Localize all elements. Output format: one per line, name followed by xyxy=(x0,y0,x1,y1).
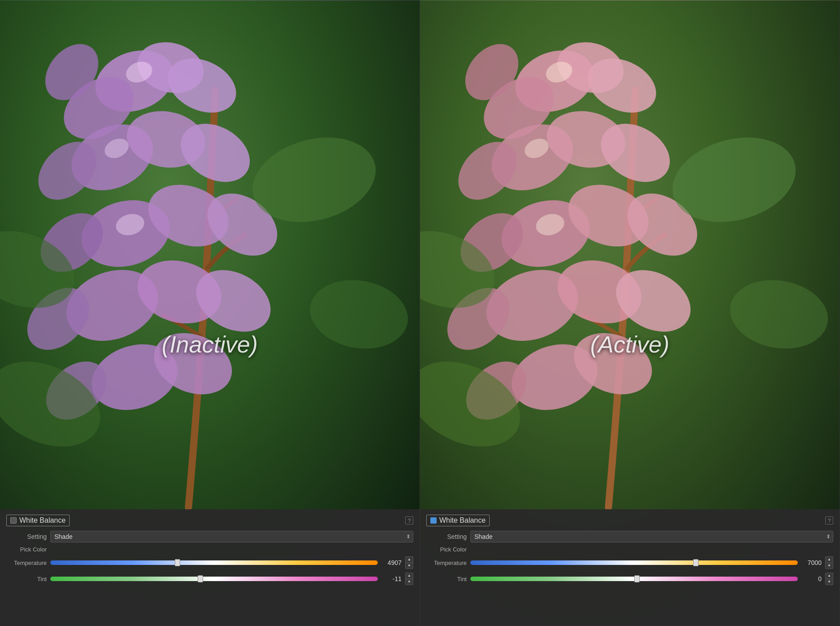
right-temperature-value: 7000 xyxy=(801,559,822,566)
right-tint-label: Tint xyxy=(426,576,467,582)
right-tint-down[interactable]: ▼ xyxy=(825,579,833,586)
left-temperature-slider-track xyxy=(50,560,378,565)
right-wb-active-indicator xyxy=(430,517,437,524)
left-setting-select-wrapper: Shade ⬍ xyxy=(50,531,413,542)
left-wb-header: White Balance ? xyxy=(6,515,413,526)
right-tint-stepper[interactable]: ▲ ▼ xyxy=(825,573,833,585)
left-tint-up[interactable]: ▲ xyxy=(405,573,413,579)
right-tint-row: Tint 0 ▲ ▼ xyxy=(426,573,833,585)
left-temperature-slider-wrapper[interactable] xyxy=(50,559,378,566)
left-panel: (Inactive) White Balance ? Setting Shade… xyxy=(0,0,420,626)
left-temperature-stepper[interactable]: ▲ ▼ xyxy=(405,556,413,569)
right-temperature-row: Temperature 7000 ▲ ▼ xyxy=(426,556,833,569)
left-wb-checkbox[interactable] xyxy=(10,517,17,524)
right-temperature-slider-track xyxy=(470,560,798,565)
right-tint-slider-track xyxy=(470,577,798,581)
left-wb-title-group[interactable]: White Balance xyxy=(6,515,70,526)
right-temperature-down[interactable]: ▼ xyxy=(825,563,833,569)
left-tint-slider-track xyxy=(50,577,378,581)
left-temperature-up[interactable]: ▲ xyxy=(405,556,413,563)
right-temperature-thumb[interactable] xyxy=(693,559,699,566)
left-wb-title: White Balance xyxy=(19,516,66,525)
left-tint-thumb[interactable] xyxy=(198,575,203,582)
right-temperature-stepper[interactable]: ▲ ▼ xyxy=(825,556,833,569)
right-tint-slider-wrapper[interactable] xyxy=(470,575,798,582)
right-temperature-slider-wrapper[interactable] xyxy=(470,559,798,566)
left-temperature-thumb[interactable] xyxy=(175,559,180,566)
right-wb-title-group[interactable]: White Balance xyxy=(426,515,490,526)
left-temperature-label: Temperature xyxy=(6,560,47,566)
right-tint-value: 0 xyxy=(801,575,822,582)
left-temperature-row: Temperature 4907 ▲ ▼ xyxy=(6,556,413,569)
left-wb-help[interactable]: ? xyxy=(405,516,413,525)
left-temperature-value: 4907 xyxy=(381,559,402,566)
left-tint-row: Tint -11 ▲ ▼ xyxy=(6,573,413,585)
left-tint-value: -11 xyxy=(381,575,402,582)
left-pick-label: Pick Color xyxy=(6,546,47,553)
left-tint-label: Tint xyxy=(6,576,47,582)
left-temperature-down[interactable]: ▼ xyxy=(405,563,413,569)
right-temperature-label: Temperature xyxy=(426,560,467,566)
right-tint-thumb[interactable] xyxy=(634,575,640,582)
left-setting-label: Setting xyxy=(6,533,47,540)
left-setting-select[interactable]: Shade xyxy=(50,531,413,542)
right-pick-label: Pick Color xyxy=(426,546,467,553)
right-setting-label: Setting xyxy=(426,533,467,540)
right-tint-up[interactable]: ▲ xyxy=(825,573,833,579)
right-panel: (Active) White Balance ? Setting Shade ⬍… xyxy=(420,0,840,626)
right-setting-select-wrapper: Shade ⬍ xyxy=(470,531,833,542)
right-setting-row: Setting Shade ⬍ xyxy=(426,531,833,542)
left-pick-color-row: Pick Color xyxy=(6,546,413,553)
left-controls: White Balance ? Setting Shade ⬍ Pick Col… xyxy=(0,509,420,626)
left-tint-stepper[interactable]: ▲ ▼ xyxy=(405,573,413,585)
right-pick-color-row: Pick Color xyxy=(426,546,833,553)
left-tint-slider-wrapper[interactable] xyxy=(50,575,378,582)
left-setting-row: Setting Shade ⬍ xyxy=(6,531,413,542)
right-controls: White Balance ? Setting Shade ⬍ Pick Col… xyxy=(420,509,840,626)
right-setting-select[interactable]: Shade xyxy=(470,531,833,542)
left-tint-down[interactable]: ▼ xyxy=(405,579,413,586)
right-wb-title: White Balance xyxy=(439,516,486,525)
right-wb-help[interactable]: ? xyxy=(825,516,833,525)
right-wb-header: White Balance ? xyxy=(426,515,833,526)
right-temperature-up[interactable]: ▲ xyxy=(825,556,833,563)
